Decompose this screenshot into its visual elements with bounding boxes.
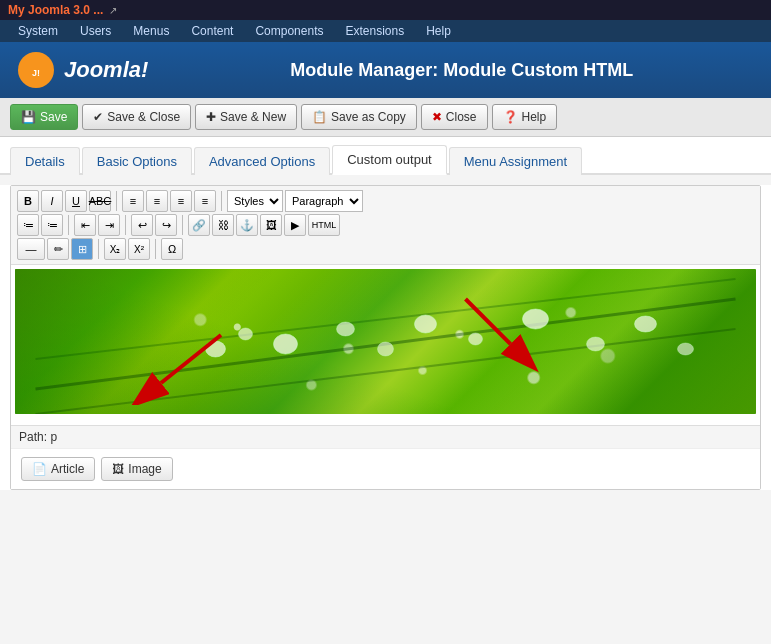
align-center-button[interactable]: ≡ — [146, 190, 168, 212]
main-toolbar: 💾 Save ✔ Save & Close ✚ Save & New 📋 Sav… — [0, 98, 771, 137]
html-button[interactable]: HTML — [308, 214, 340, 236]
media-button[interactable]: ▶ — [284, 214, 306, 236]
close-button[interactable]: ✖ Close — [421, 104, 488, 130]
svg-point-8 — [337, 322, 355, 336]
admin-top-bar: My Joomla 3.0 ... ↗ — [0, 0, 771, 20]
subscript-button[interactable]: X₂ — [104, 238, 126, 260]
undo-button[interactable]: ↩ — [131, 214, 153, 236]
ordered-list-button[interactable]: ≔ — [41, 214, 63, 236]
nav-item-extensions[interactable]: Extensions — [335, 20, 414, 42]
path-bar: Path: p — [11, 425, 760, 448]
main-content: B I U ABC ≡ ≡ ≡ ≡ Styles Paragraph ≔ ≔ — [0, 185, 771, 490]
checkmark-icon: ✔ — [93, 110, 103, 124]
nav-item-help[interactable]: Help — [416, 20, 461, 42]
svg-point-6 — [239, 328, 253, 340]
redo-button[interactable]: ↪ — [155, 214, 177, 236]
align-right-button[interactable]: ≡ — [170, 190, 192, 212]
editor-container: B I U ABC ≡ ≡ ≡ ≡ Styles Paragraph ≔ ≔ — [10, 185, 761, 490]
image-button[interactable]: 🖼 Image — [101, 457, 172, 481]
nav-item-system[interactable]: System — [8, 20, 68, 42]
save-close-button[interactable]: ✔ Save & Close — [82, 104, 191, 130]
svg-text:J!: J! — [32, 68, 40, 78]
toolbar-separator3 — [68, 215, 69, 235]
article-icon: 📄 — [32, 462, 47, 476]
svg-point-14 — [635, 316, 657, 332]
editor-toolbar: B I U ABC ≡ ≡ ≡ ≡ Styles Paragraph ≔ ≔ — [11, 186, 760, 265]
path-value: p — [50, 430, 57, 444]
align-left-button[interactable]: ≡ — [122, 190, 144, 212]
save-button[interactable]: 💾 Save — [10, 104, 78, 130]
nav-item-components[interactable]: Components — [245, 20, 333, 42]
save-copy-button[interactable]: 📋 Save as Copy — [301, 104, 417, 130]
indent-button[interactable]: ⇥ — [98, 214, 120, 236]
save-new-button[interactable]: ✚ Save & New — [195, 104, 297, 130]
plus-icon: ✚ — [206, 110, 216, 124]
tab-details[interactable]: Details — [10, 147, 80, 175]
close-icon: ✖ — [432, 110, 442, 124]
svg-point-9 — [378, 342, 394, 356]
editor-toolbar-row1: B I U ABC ≡ ≡ ≡ ≡ Styles Paragraph — [17, 190, 754, 212]
strikethrough-button[interactable]: ABC — [89, 190, 111, 212]
image-icon: 🖼 — [112, 462, 124, 476]
water-droplets-overlay — [15, 269, 756, 414]
image-insert-button[interactable]: 🖼 — [260, 214, 282, 236]
help-button[interactable]: ❓ Help — [492, 104, 558, 130]
svg-point-11 — [469, 333, 483, 345]
link-button[interactable]: 🔗 — [188, 214, 210, 236]
tab-basic-options[interactable]: Basic Options — [82, 147, 192, 175]
paragraph-select[interactable]: Paragraph — [285, 190, 363, 212]
content-image — [15, 269, 756, 414]
toolbar-separator — [116, 191, 117, 211]
nav-item-users[interactable]: Users — [70, 20, 121, 42]
svg-point-7 — [274, 334, 298, 354]
editor-content[interactable] — [11, 265, 760, 425]
hr-button[interactable]: — — [17, 238, 45, 260]
toolbar-separator7 — [155, 239, 156, 259]
tab-advanced-options[interactable]: Advanced Options — [194, 147, 330, 175]
special-char-button[interactable]: Ω — [161, 238, 183, 260]
svg-point-5 — [206, 341, 226, 357]
nav-item-menus[interactable]: Menus — [123, 20, 179, 42]
tab-menu-assignment[interactable]: Menu Assignment — [449, 147, 582, 175]
align-justify-button[interactable]: ≡ — [194, 190, 216, 212]
question-icon: ❓ — [503, 110, 518, 124]
unlink-button[interactable]: ⛓ — [212, 214, 234, 236]
bottom-buttons: 📄 Article 🖼 Image — [11, 448, 760, 489]
editor-toolbar-row2: ≔ ≔ ⇤ ⇥ ↩ ↪ 🔗 ⛓ ⚓ 🖼 ▶ HTML — [17, 214, 754, 236]
tab-bar: Details Basic Options Advanced Options C… — [0, 137, 771, 175]
bold-button[interactable]: B — [17, 190, 39, 212]
nav-item-content[interactable]: Content — [181, 20, 243, 42]
page-header: J! Joomla! Module Manager: Module Custom… — [0, 42, 771, 98]
toolbar-separator2 — [221, 191, 222, 211]
top-navigation: System Users Menus Content Components Ex… — [0, 20, 771, 42]
styles-select[interactable]: Styles — [227, 190, 283, 212]
underline-button[interactable]: U — [65, 190, 87, 212]
toolbar-separator4 — [125, 215, 126, 235]
svg-point-13 — [587, 337, 605, 351]
superscript-button[interactable]: X² — [128, 238, 150, 260]
article-button[interactable]: 📄 Article — [21, 457, 95, 481]
edit-button[interactable]: ✏ — [47, 238, 69, 260]
editor-toolbar-row3: — ✏ ⊞ X₂ X² Ω — [17, 238, 754, 260]
my-joomla-link[interactable]: My Joomla 3.0 ... — [8, 3, 103, 17]
logo-text: Joomla! — [64, 57, 148, 83]
outdent-button[interactable]: ⇤ — [74, 214, 96, 236]
joomla-logo: J! Joomla! — [16, 50, 148, 90]
external-link-icon[interactable]: ↗ — [109, 5, 117, 16]
tab-custom-output[interactable]: Custom output — [332, 145, 447, 175]
svg-point-12 — [523, 309, 549, 329]
svg-point-10 — [415, 315, 437, 333]
svg-point-15 — [678, 343, 694, 355]
editor-content-wrapper — [11, 265, 760, 425]
toolbar-separator5 — [182, 215, 183, 235]
unordered-list-button[interactable]: ≔ — [17, 214, 39, 236]
save-icon: 💾 — [21, 110, 36, 124]
joomla-logo-icon: J! — [16, 50, 56, 90]
page-title: Module Manager: Module Custom HTML — [168, 60, 755, 81]
copy-icon: 📋 — [312, 110, 327, 124]
toolbar-separator6 — [98, 239, 99, 259]
table-button[interactable]: ⊞ — [71, 238, 93, 260]
anchor-button[interactable]: ⚓ — [236, 214, 258, 236]
path-label: Path: — [19, 430, 47, 444]
italic-button[interactable]: I — [41, 190, 63, 212]
